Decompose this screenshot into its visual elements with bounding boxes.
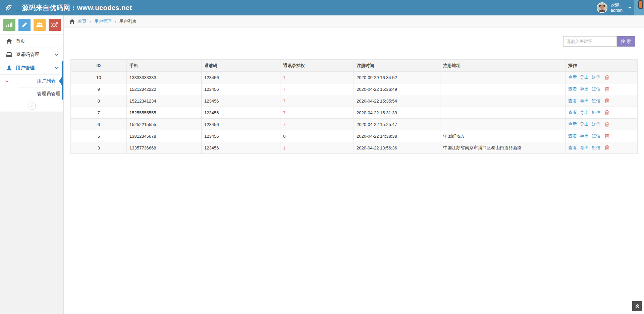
export-link[interactable]: 导出 (580, 110, 589, 115)
view-link[interactable]: 查看 (568, 122, 577, 127)
cell-register-address: 中国江苏省南京市浦口区泰山街道丽新路 (440, 142, 566, 154)
cell-contacts-auth: 7 (280, 119, 354, 130)
sms-link[interactable]: 短信 (592, 145, 600, 150)
column-header-phone: 手机 (127, 60, 202, 72)
cell-invite-code: 123456 (202, 72, 280, 83)
breadcrumb-user-management-link[interactable]: 用户管理 (94, 18, 112, 24)
cell-contacts-auth: 7 (280, 107, 354, 119)
delete-button[interactable] (605, 145, 609, 150)
column-header-id: ID (71, 60, 127, 72)
search-button[interactable]: 搜 索 (617, 36, 635, 47)
breadcrumb: 首页 › 用户管理 › 用户列表 (64, 15, 644, 27)
cell-register-time: 2020-04-22 15:35:54 (354, 95, 440, 107)
avatar-photo (597, 3, 607, 12)
cell-invite-code: 123456 (202, 119, 280, 130)
cell-invite-code: 123456 (202, 130, 280, 142)
cell-invite-code: 123456 (202, 142, 280, 154)
settings-shortcut-button[interactable] (49, 19, 61, 31)
cell-register-address (440, 83, 566, 95)
cell-phone: 13333333333 (127, 72, 202, 83)
delete-button[interactable] (605, 98, 609, 103)
delete-button[interactable] (605, 122, 609, 127)
double-angle-right-icon: » (5, 78, 8, 84)
breadcrumb-current: 用户列表 (119, 18, 137, 24)
cell-register-time: 2020-09-29 16:34:52 (354, 72, 440, 83)
double-chevron-up-icon (635, 304, 640, 309)
sms-link[interactable]: 短信 (592, 86, 600, 91)
cell-register-address (440, 95, 566, 107)
column-header-register-address: 注册地址 (440, 60, 566, 72)
back-to-top-button[interactable] (632, 301, 642, 311)
sidebar-item-label: 邀请码管理 (16, 52, 39, 58)
cell-phone: 13357736668 (127, 142, 202, 154)
trash-icon (605, 86, 609, 91)
main-content: 首页 › 用户管理 › 用户列表 搜 索 ID 手机 邀请码 通讯录授权 注册时… (64, 15, 644, 314)
sms-link[interactable]: 短信 (592, 122, 600, 127)
breadcrumb-separator-icon: › (90, 19, 91, 24)
view-link[interactable]: 查看 (568, 110, 577, 115)
delete-button[interactable] (605, 133, 609, 138)
delete-button[interactable] (605, 110, 609, 115)
sms-link[interactable]: 短信 (592, 110, 600, 115)
cell-register-address (440, 72, 566, 83)
table-row: 91521234222212345672020-04-22 15:36:49查看… (71, 83, 638, 95)
cell-actions: 查看导出短信 (566, 119, 638, 130)
view-link[interactable]: 查看 (568, 133, 577, 138)
sidebar: 首页 邀请码管理 用户管理 » 用户列表 (0, 15, 64, 314)
export-link[interactable]: 导出 (580, 75, 589, 80)
export-link[interactable]: 导出 (580, 122, 589, 127)
cell-id: 5 (71, 130, 127, 142)
cell-contacts-auth: 1 (280, 142, 354, 154)
export-link[interactable]: 导出 (580, 86, 589, 91)
brand-title: _ 源码来自优码网：www.ucodes.net (16, 3, 132, 12)
chevron-down-icon (55, 67, 59, 69)
user-table-body: 101333333333312345612020-09-29 16:34:52查… (71, 72, 638, 154)
sidebar-collapse-button[interactable]: « (0, 100, 63, 112)
shortcut-buttons (0, 15, 63, 35)
cell-phone: 15252215555 (127, 119, 202, 130)
cell-register-time: 2020-04-22 13:56:36 (354, 142, 440, 154)
breadcrumb-home-link[interactable]: 首页 (78, 18, 87, 24)
trash-icon (605, 110, 609, 115)
sidebar-filler (0, 112, 63, 314)
cell-actions: 查看导出短信 (566, 142, 638, 154)
export-link[interactable]: 导出 (580, 145, 589, 150)
cell-register-address (440, 107, 566, 119)
topbar: _ 源码来自优码网：www.ucodes.net 欢迎, admin (0, 0, 644, 15)
view-link[interactable]: 查看 (568, 75, 577, 80)
user-menu[interactable]: 欢迎, admin (597, 0, 632, 15)
collapse-icon[interactable]: « (28, 102, 36, 110)
avatar[interactable] (597, 2, 607, 13)
sidebar-item-admin-management[interactable]: 管理员管理 (0, 87, 63, 100)
submenu-user-management: » 用户列表 管理员管理 (0, 75, 63, 100)
export-link[interactable]: 导出 (580, 98, 589, 103)
scrollbar-thumb-inner (639, 1, 642, 8)
sidebar-item-invite-codes[interactable]: 邀请码管理 (0, 48, 63, 61)
view-link[interactable]: 查看 (568, 98, 577, 103)
table-row: 81521234123412345672020-04-22 15:35:54查看… (71, 95, 638, 107)
cell-actions: 查看导出短信 (566, 95, 638, 107)
caret-down-icon[interactable] (628, 7, 632, 9)
cell-register-address: 中国好地方 (440, 130, 566, 142)
table-header: ID 手机 邀请码 通讯录授权 注册时间 注册地址 操作 (71, 60, 638, 72)
users-shortcut-button[interactable] (34, 19, 46, 31)
sms-link[interactable]: 短信 (592, 133, 600, 138)
export-link[interactable]: 导出 (580, 133, 589, 138)
delete-button[interactable] (605, 86, 609, 91)
sms-link[interactable]: 短信 (592, 75, 600, 80)
sms-link[interactable]: 短信 (592, 98, 600, 103)
chart-shortcut-button[interactable] (3, 19, 15, 31)
table-row: 71525555555512345672020-04-22 15:31:39查看… (71, 107, 638, 119)
scrollbar-thumb[interactable] (638, 0, 643, 9)
view-link[interactable]: 查看 (568, 86, 577, 91)
welcome-text: 欢迎, admin (611, 3, 623, 13)
sidebar-item-home[interactable]: 首页 (0, 35, 63, 48)
sidebar-item-user-list[interactable]: » 用户列表 (0, 75, 63, 87)
edit-shortcut-button[interactable] (18, 19, 31, 31)
view-link[interactable]: 查看 (568, 145, 577, 150)
search-input[interactable] (563, 36, 617, 47)
delete-button[interactable] (605, 75, 609, 80)
sidebar-item-user-management[interactable]: 用户管理 (0, 61, 63, 75)
active-arrow (59, 75, 63, 87)
column-header-actions: 操作 (566, 60, 638, 72)
